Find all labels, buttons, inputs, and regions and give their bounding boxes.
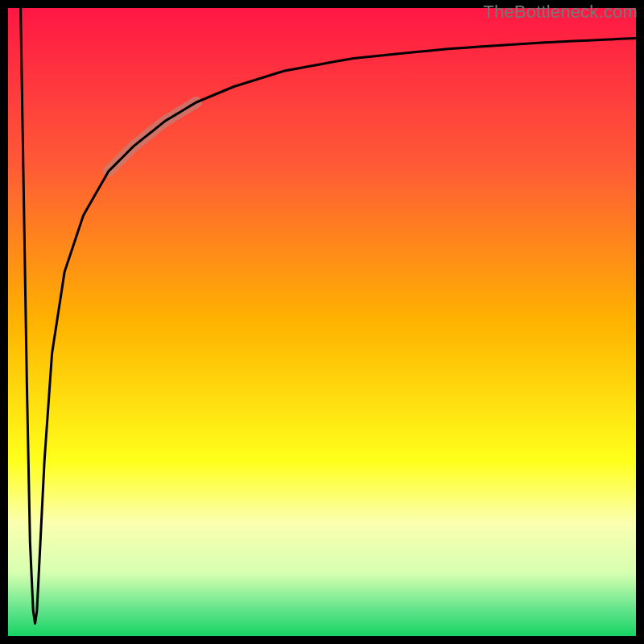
bottleneck-chart: TheBottleneck.com — [0, 0, 644, 644]
chart-background — [8, 8, 636, 636]
chart-canvas — [0, 0, 644, 644]
